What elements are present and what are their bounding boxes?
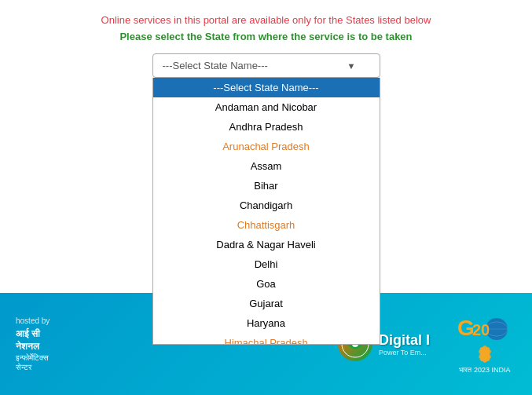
state-option-5[interactable]: Bihar — [153, 176, 380, 196]
state-option-2[interactable]: Andhra Pradesh — [153, 117, 380, 137]
state-dropdown-list[interactable]: ---Select State Name---Andaman and Nicob… — [152, 78, 380, 345]
chevron-down-icon: ▼ — [347, 61, 356, 71]
state-option-10[interactable]: Goa — [153, 274, 380, 294]
digital-tagline: Power To Em... — [379, 349, 430, 357]
state-option-1[interactable]: Andaman and Nicobar — [153, 97, 380, 117]
instruction-text: Please select the State from where the s… — [16, 31, 516, 42]
state-option-7[interactable]: Chhattisgarh — [153, 215, 380, 235]
state-option-9[interactable]: Delhi — [153, 254, 380, 274]
state-select-container[interactable]: ---Select State Name--- ▼ ---Select Stat… — [152, 53, 380, 78]
state-option-12[interactable]: Haryana — [153, 313, 380, 333]
hindi-text-4: सेन्टर — [16, 363, 314, 372]
state-option-8[interactable]: Dadra & Nagar Haveli — [153, 235, 380, 254]
notice-text: Online services in this portal are avail… — [16, 14, 516, 26]
svg-text:20: 20 — [472, 321, 490, 338]
select-trigger-label: ---Select State Name--- — [163, 60, 268, 71]
state-select-trigger[interactable]: ---Select State Name--- ▼ — [152, 53, 380, 78]
state-option-0[interactable]: ---Select State Name--- — [153, 78, 380, 97]
state-option-11[interactable]: Gujarat — [153, 294, 380, 313]
digital-india-text: Digital I — [379, 332, 430, 349]
state-option-4[interactable]: Assam — [153, 156, 380, 176]
state-option-3[interactable]: Arunachal Pradesh — [153, 137, 380, 156]
g20-logo: G 20 भारत 2023 INDIA — [453, 313, 516, 375]
g20-subtitle: भारत 2023 INDIA — [459, 366, 510, 375]
state-option-6[interactable]: Chandigarh — [153, 196, 380, 215]
state-option-13[interactable]: Himachal Pradesh — [153, 333, 380, 345]
hindi-text-3: इन्फोर्मेटिक्स — [16, 353, 314, 363]
top-section: Online services in this portal are avail… — [0, 0, 532, 86]
